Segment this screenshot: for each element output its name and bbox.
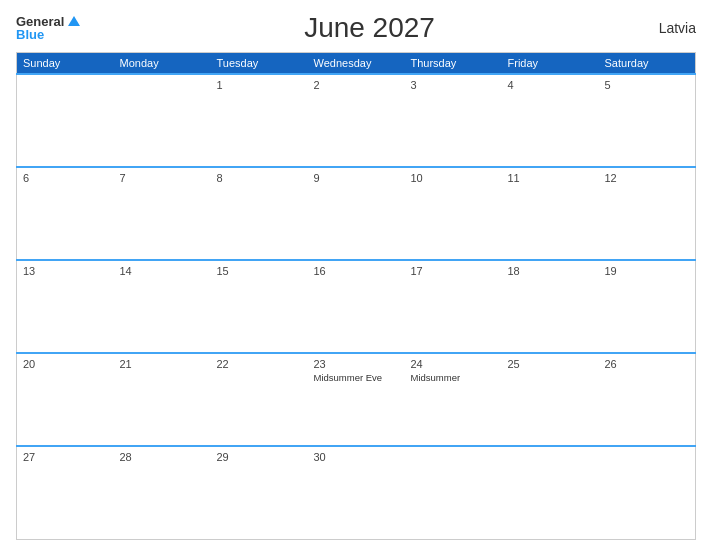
day-number: 8 (217, 172, 302, 184)
calendar-week-row: 6789101112 (17, 167, 696, 260)
day-number: 26 (605, 358, 690, 370)
calendar-day-cell: 30 (308, 446, 405, 539)
calendar-day-cell: 11 (502, 167, 599, 260)
col-monday: Monday (114, 53, 211, 75)
calendar-day-cell: 19 (599, 260, 696, 353)
calendar-week-row: 20212223Midsummer Eve24Midsummer2526 (17, 353, 696, 446)
calendar-day-cell: 8 (211, 167, 308, 260)
calendar-day-cell: 4 (502, 74, 599, 167)
day-number: 10 (411, 172, 496, 184)
day-number: 29 (217, 451, 302, 463)
weekday-header-row: Sunday Monday Tuesday Wednesday Thursday… (17, 53, 696, 75)
calendar-day-cell: 17 (405, 260, 502, 353)
day-number: 11 (508, 172, 593, 184)
calendar-day-cell: 13 (17, 260, 114, 353)
calendar-day-cell: 20 (17, 353, 114, 446)
calendar-day-cell: 3 (405, 74, 502, 167)
calendar-day-cell: 14 (114, 260, 211, 353)
day-number: 27 (23, 451, 108, 463)
day-number: 16 (314, 265, 399, 277)
day-number: 12 (605, 172, 690, 184)
event-label: Midsummer (411, 372, 496, 384)
day-number: 15 (217, 265, 302, 277)
day-number: 30 (314, 451, 399, 463)
calendar-day-cell: 18 (502, 260, 599, 353)
day-number: 24 (411, 358, 496, 370)
calendar-day-cell: 9 (308, 167, 405, 260)
calendar-day-cell: 26 (599, 353, 696, 446)
day-number: 14 (120, 265, 205, 277)
calendar-week-row: 12345 (17, 74, 696, 167)
col-friday: Friday (502, 53, 599, 75)
calendar-day-cell (114, 74, 211, 167)
calendar-day-cell: 25 (502, 353, 599, 446)
calendar-day-cell: 23Midsummer Eve (308, 353, 405, 446)
day-number: 28 (120, 451, 205, 463)
calendar-day-cell: 12 (599, 167, 696, 260)
calendar-day-cell: 10 (405, 167, 502, 260)
calendar-day-cell: 29 (211, 446, 308, 539)
col-sunday: Sunday (17, 53, 114, 75)
day-number: 13 (23, 265, 108, 277)
day-number: 21 (120, 358, 205, 370)
country-label: Latvia (659, 20, 696, 36)
logo-blue-text: Blue (16, 28, 44, 41)
col-wednesday: Wednesday (308, 53, 405, 75)
calendar-day-cell: 5 (599, 74, 696, 167)
day-number: 25 (508, 358, 593, 370)
calendar-day-cell: 1 (211, 74, 308, 167)
day-number: 18 (508, 265, 593, 277)
calendar-table: Sunday Monday Tuesday Wednesday Thursday… (16, 52, 696, 540)
logo-triangle-icon (68, 16, 80, 26)
calendar-day-cell: 24Midsummer (405, 353, 502, 446)
logo: General Blue (16, 15, 80, 41)
event-label: Midsummer Eve (314, 372, 399, 384)
day-number: 4 (508, 79, 593, 91)
calendar-day-cell: 16 (308, 260, 405, 353)
calendar-day-cell (502, 446, 599, 539)
calendar-day-cell: 15 (211, 260, 308, 353)
day-number: 1 (217, 79, 302, 91)
calendar-day-cell (17, 74, 114, 167)
calendar-day-cell (599, 446, 696, 539)
calendar-day-cell: 6 (17, 167, 114, 260)
calendar-page: General Blue June 2027 Latvia Sunday Mon… (0, 0, 712, 550)
day-number: 7 (120, 172, 205, 184)
col-thursday: Thursday (405, 53, 502, 75)
calendar-day-cell: 21 (114, 353, 211, 446)
day-number: 20 (23, 358, 108, 370)
day-number: 5 (605, 79, 690, 91)
col-tuesday: Tuesday (211, 53, 308, 75)
calendar-week-row: 27282930 (17, 446, 696, 539)
col-saturday: Saturday (599, 53, 696, 75)
day-number: 9 (314, 172, 399, 184)
calendar-day-cell: 27 (17, 446, 114, 539)
day-number: 23 (314, 358, 399, 370)
day-number: 17 (411, 265, 496, 277)
calendar-day-cell: 7 (114, 167, 211, 260)
calendar-week-row: 13141516171819 (17, 260, 696, 353)
header: General Blue June 2027 Latvia (16, 12, 696, 44)
calendar-day-cell: 2 (308, 74, 405, 167)
calendar-title: June 2027 (80, 12, 658, 44)
day-number: 22 (217, 358, 302, 370)
day-number: 3 (411, 79, 496, 91)
calendar-day-cell: 22 (211, 353, 308, 446)
day-number: 6 (23, 172, 108, 184)
calendar-day-cell (405, 446, 502, 539)
calendar-day-cell: 28 (114, 446, 211, 539)
day-number: 19 (605, 265, 690, 277)
day-number: 2 (314, 79, 399, 91)
